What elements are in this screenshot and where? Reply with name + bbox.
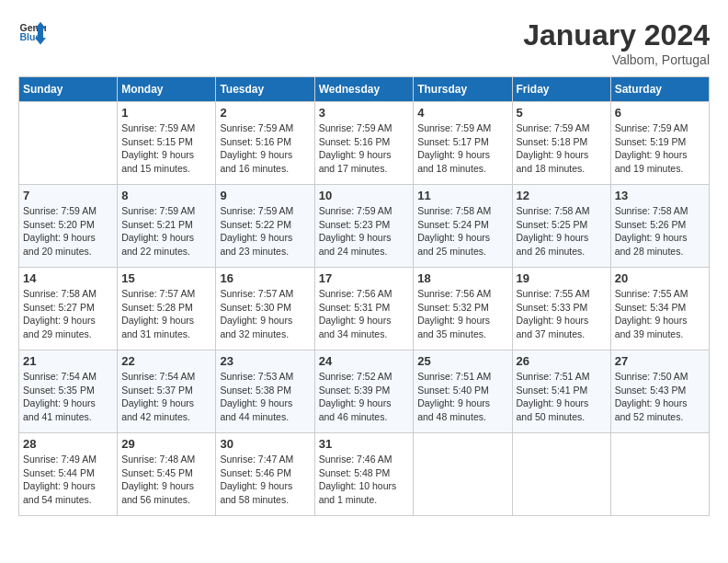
- day-info: Sunrise: 7:54 AM Sunset: 5:35 PM Dayligh…: [23, 370, 113, 424]
- day-info: Sunrise: 7:49 AM Sunset: 5:44 PM Dayligh…: [23, 453, 113, 507]
- day-info: Sunrise: 7:58 AM Sunset: 5:26 PM Dayligh…: [615, 204, 705, 259]
- day-number: 8: [121, 189, 211, 202]
- calendar-day-cell: 29Sunrise: 7:48 AM Sunset: 5:45 PM Dayli…: [118, 433, 216, 516]
- calendar-day-cell: 19Sunrise: 7:55 AM Sunset: 5:33 PM Dayli…: [512, 268, 610, 350]
- calendar-day-cell: 28Sunrise: 7:49 AM Sunset: 5:44 PM Dayli…: [19, 433, 118, 516]
- calendar-day-cell: 15Sunrise: 7:57 AM Sunset: 5:28 PM Dayli…: [118, 268, 216, 350]
- day-number: 3: [319, 106, 410, 120]
- day-info: Sunrise: 7:51 AM Sunset: 5:40 PM Dayligh…: [417, 370, 507, 424]
- calendar-day-cell: 13Sunrise: 7:58 AM Sunset: 5:26 PM Dayli…: [610, 185, 709, 268]
- calendar-day-cell: 31Sunrise: 7:46 AM Sunset: 5:48 PM Dayli…: [314, 433, 414, 516]
- day-info: Sunrise: 7:59 AM Sunset: 5:16 PM Dayligh…: [220, 121, 310, 176]
- day-number: 29: [121, 437, 211, 451]
- day-info: Sunrise: 7:50 AM Sunset: 5:43 PM Dayligh…: [615, 370, 705, 424]
- day-number: 21: [23, 354, 113, 368]
- page-header: General Blue January 2024 Valbom, Portug…: [18, 18, 710, 67]
- day-info: Sunrise: 7:59 AM Sunset: 5:15 PM Dayligh…: [121, 121, 211, 176]
- day-number: 27: [615, 354, 705, 368]
- day-number: 31: [319, 437, 410, 451]
- day-number: 15: [121, 271, 211, 285]
- calendar-day-cell: 3Sunrise: 7:59 AM Sunset: 5:16 PM Daylig…: [314, 102, 414, 185]
- calendar-day-cell: [512, 433, 610, 516]
- calendar-day-cell: [610, 433, 709, 516]
- day-number: 23: [220, 354, 310, 368]
- day-info: Sunrise: 7:53 AM Sunset: 5:38 PM Dayligh…: [220, 370, 310, 424]
- day-number: 25: [417, 354, 507, 368]
- day-number: 26: [517, 354, 607, 368]
- day-info: Sunrise: 7:56 AM Sunset: 5:32 PM Dayligh…: [417, 287, 507, 341]
- weekday-header-cell: Friday: [512, 77, 610, 102]
- calendar-week-row: 1Sunrise: 7:59 AM Sunset: 5:15 PM Daylig…: [19, 102, 710, 185]
- day-info: Sunrise: 7:56 AM Sunset: 5:31 PM Dayligh…: [319, 287, 410, 341]
- calendar-day-cell: 16Sunrise: 7:57 AM Sunset: 5:30 PM Dayli…: [216, 268, 314, 350]
- day-number: 20: [615, 271, 705, 285]
- day-number: 4: [417, 106, 507, 120]
- day-number: 5: [517, 106, 607, 120]
- calendar-day-cell: 27Sunrise: 7:50 AM Sunset: 5:43 PM Dayli…: [610, 350, 709, 433]
- calendar-day-cell: 22Sunrise: 7:54 AM Sunset: 5:37 PM Dayli…: [118, 350, 216, 433]
- day-number: 6: [615, 106, 705, 120]
- calendar-day-cell: [414, 433, 512, 516]
- calendar-day-cell: 6Sunrise: 7:59 AM Sunset: 5:19 PM Daylig…: [610, 102, 709, 185]
- day-number: 16: [220, 271, 310, 285]
- month-title: January 2024: [523, 18, 710, 52]
- day-number: 22: [121, 354, 211, 368]
- day-number: 9: [220, 189, 310, 202]
- day-info: Sunrise: 7:55 AM Sunset: 5:33 PM Dayligh…: [517, 287, 607, 341]
- calendar-week-row: 28Sunrise: 7:49 AM Sunset: 5:44 PM Dayli…: [19, 433, 710, 516]
- calendar-day-cell: 11Sunrise: 7:58 AM Sunset: 5:24 PM Dayli…: [414, 185, 512, 268]
- calendar-day-cell: 30Sunrise: 7:47 AM Sunset: 5:46 PM Dayli…: [216, 433, 314, 516]
- calendar-day-cell: 9Sunrise: 7:59 AM Sunset: 5:22 PM Daylig…: [216, 185, 314, 268]
- calendar-day-cell: 2Sunrise: 7:59 AM Sunset: 5:16 PM Daylig…: [216, 102, 314, 185]
- calendar-day-cell: 26Sunrise: 7:51 AM Sunset: 5:41 PM Dayli…: [512, 350, 610, 433]
- calendar-day-cell: 18Sunrise: 7:56 AM Sunset: 5:32 PM Dayli…: [414, 268, 512, 350]
- day-info: Sunrise: 7:58 AM Sunset: 5:27 PM Dayligh…: [23, 287, 113, 341]
- calendar-day-cell: 12Sunrise: 7:58 AM Sunset: 5:25 PM Dayli…: [512, 185, 610, 268]
- day-info: Sunrise: 7:57 AM Sunset: 5:30 PM Dayligh…: [220, 287, 310, 341]
- calendar-day-cell: 14Sunrise: 7:58 AM Sunset: 5:27 PM Dayli…: [19, 268, 118, 350]
- calendar-day-cell: [19, 102, 118, 185]
- calendar-day-cell: 24Sunrise: 7:52 AM Sunset: 5:39 PM Dayli…: [314, 350, 414, 433]
- calendar-day-cell: 5Sunrise: 7:59 AM Sunset: 5:18 PM Daylig…: [512, 102, 610, 185]
- calendar-day-cell: 1Sunrise: 7:59 AM Sunset: 5:15 PM Daylig…: [118, 102, 216, 185]
- calendar-day-cell: 10Sunrise: 7:59 AM Sunset: 5:23 PM Dayli…: [314, 185, 414, 268]
- day-info: Sunrise: 7:59 AM Sunset: 5:19 PM Dayligh…: [615, 121, 705, 176]
- day-info: Sunrise: 7:59 AM Sunset: 5:20 PM Dayligh…: [23, 204, 113, 259]
- day-number: 24: [319, 354, 410, 368]
- day-number: 14: [23, 271, 113, 285]
- calendar-day-cell: 23Sunrise: 7:53 AM Sunset: 5:38 PM Dayli…: [216, 350, 314, 433]
- weekday-header-cell: Wednesday: [314, 77, 414, 102]
- day-info: Sunrise: 7:59 AM Sunset: 5:16 PM Dayligh…: [319, 121, 410, 176]
- day-number: 17: [319, 271, 410, 285]
- weekday-header-cell: Saturday: [610, 77, 709, 102]
- day-number: 19: [517, 271, 607, 285]
- day-info: Sunrise: 7:55 AM Sunset: 5:34 PM Dayligh…: [615, 287, 705, 341]
- day-info: Sunrise: 7:58 AM Sunset: 5:25 PM Dayligh…: [517, 204, 607, 259]
- day-number: 13: [615, 189, 705, 202]
- day-info: Sunrise: 7:52 AM Sunset: 5:39 PM Dayligh…: [319, 370, 410, 424]
- calendar-day-cell: 7Sunrise: 7:59 AM Sunset: 5:20 PM Daylig…: [19, 185, 118, 268]
- calendar-day-cell: 8Sunrise: 7:59 AM Sunset: 5:21 PM Daylig…: [118, 185, 216, 268]
- day-info: Sunrise: 7:54 AM Sunset: 5:37 PM Dayligh…: [121, 370, 211, 424]
- day-number: 10: [319, 189, 410, 202]
- day-info: Sunrise: 7:59 AM Sunset: 5:21 PM Dayligh…: [121, 204, 211, 259]
- day-number: 1: [121, 106, 211, 120]
- day-number: 30: [220, 437, 310, 451]
- calendar-body: 1Sunrise: 7:59 AM Sunset: 5:15 PM Daylig…: [19, 102, 710, 516]
- calendar-week-row: 14Sunrise: 7:58 AM Sunset: 5:27 PM Dayli…: [19, 268, 710, 350]
- day-info: Sunrise: 7:47 AM Sunset: 5:46 PM Dayligh…: [220, 453, 310, 507]
- calendar-day-cell: 21Sunrise: 7:54 AM Sunset: 5:35 PM Dayli…: [19, 350, 118, 433]
- day-number: 28: [23, 437, 113, 451]
- day-info: Sunrise: 7:48 AM Sunset: 5:45 PM Dayligh…: [121, 453, 211, 507]
- weekday-header-cell: Thursday: [414, 77, 512, 102]
- logo: General Blue: [18, 18, 50, 46]
- weekday-header-cell: Sunday: [19, 77, 118, 102]
- calendar-day-cell: 4Sunrise: 7:59 AM Sunset: 5:17 PM Daylig…: [414, 102, 512, 185]
- calendar-day-cell: 20Sunrise: 7:55 AM Sunset: 5:34 PM Dayli…: [610, 268, 709, 350]
- day-info: Sunrise: 7:57 AM Sunset: 5:28 PM Dayligh…: [121, 287, 211, 341]
- day-info: Sunrise: 7:46 AM Sunset: 5:48 PM Dayligh…: [319, 453, 410, 507]
- calendar-day-cell: 17Sunrise: 7:56 AM Sunset: 5:31 PM Dayli…: [314, 268, 414, 350]
- weekday-header-cell: Monday: [118, 77, 216, 102]
- location: Valbom, Portugal: [523, 52, 710, 67]
- day-info: Sunrise: 7:58 AM Sunset: 5:24 PM Dayligh…: [417, 204, 507, 259]
